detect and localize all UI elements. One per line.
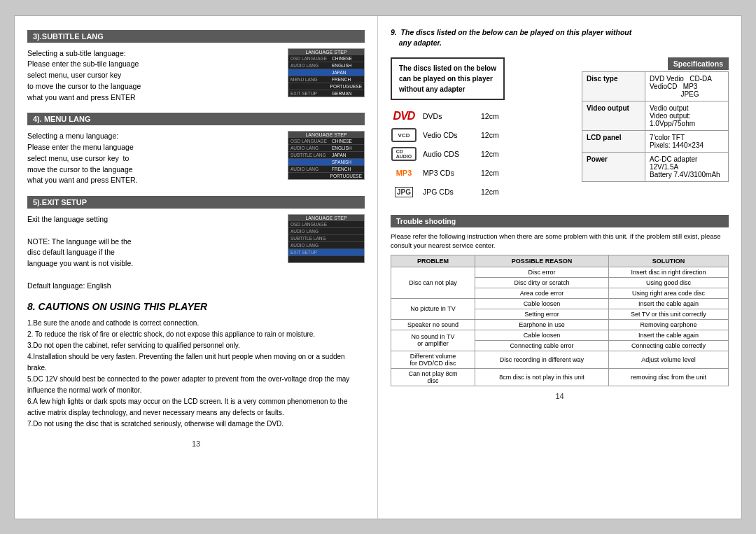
dvd-item: DVD DVDs 12cm xyxy=(391,108,568,124)
spec-row-power: Power AC-DC adapter 12V/1.5ABattery 7.4V… xyxy=(582,153,729,182)
subtitle-lang-screenshot: LANGUAGE STEP OSD LANGUAGECHINESE AUDIO … xyxy=(288,48,365,97)
exit-setup-header: 5).EXIT SETUP xyxy=(27,196,365,209)
dvd-logo: DVD xyxy=(391,108,417,124)
subtitle-lang-section: 3).SUBTITLE LANG Selecting a sub-title l… xyxy=(27,30,365,104)
solution-setting: Set TV or this unit correctly xyxy=(608,309,728,319)
reason-cable-loosen1: Cable loosen xyxy=(475,298,608,309)
spec-lcd-label: LCD panel xyxy=(582,131,645,153)
menu-lang-section: 4). MENU LANG Selecting a menu language:… xyxy=(27,113,365,186)
solution-8cm: removing disc from the unit xyxy=(608,368,728,386)
reason-dirty: Disc dirty or scratch xyxy=(475,277,608,288)
table-row: Disc can not play Disc error Insert disc… xyxy=(391,267,729,277)
acd-logo: CDAUDIO xyxy=(391,146,417,162)
col-problem: PROBLEM xyxy=(391,255,475,267)
intro-text: 9. The discs listed on the below can be … xyxy=(391,27,729,50)
spec-row-lcd: LCD panel 7'color TFTPixels: 1440×234 xyxy=(582,131,729,153)
solution-earphone: Removing earphone xyxy=(608,319,728,330)
mp3-label: MP3 CDs xyxy=(423,169,475,177)
spec-power-label: Power xyxy=(582,153,645,182)
trouble-header: Trouble shooting xyxy=(391,215,729,227)
jpg-label: JPG CDs xyxy=(423,188,475,196)
subtitle-lang-header: 3).SUBTITLE LANG xyxy=(27,30,365,43)
mp3-logo: MP3 xyxy=(391,165,417,181)
vcd-label: Vedio CDs xyxy=(423,131,475,139)
cautions-section: 8. CAUTIONS ON USING THIS PLAYER 1.Be su… xyxy=(27,301,365,430)
solution-cable1: Insert the cable again xyxy=(608,298,728,309)
acd-size: 12cm xyxy=(481,150,499,158)
reason-disc-recording: Disc recording in different way xyxy=(475,351,608,368)
reason-area: Area code error xyxy=(475,288,608,298)
left-page-number: 13 xyxy=(27,440,365,448)
reason-cable-loosen2: Cable loosen xyxy=(475,330,608,340)
jpg-size: 12cm xyxy=(481,188,499,196)
menu-lang-screenshot: LANGUAGE STEP OSD LANGUAGECHINESE AUDIO … xyxy=(288,131,365,180)
left-panel: 3).SUBTITLE LANG Selecting a sub-title l… xyxy=(15,16,378,519)
spec-lcd-value: 7'color TFTPixels: 1440×234 xyxy=(645,131,729,153)
table-row: Can not play 8cmdisc 8cm disc is not pla… xyxy=(391,368,729,386)
trouble-section: Trouble shooting Please refer the follow… xyxy=(391,215,729,386)
table-row: Speaker no sound Earphone in use Removin… xyxy=(391,319,729,330)
disc-list: DVD DVDs 12cm VCD Vedio CDs 12cm xyxy=(391,108,568,199)
cautions-list: 1.Be sure the anode and cathode is corre… xyxy=(27,318,365,430)
menu-lang-content: Selecting a menu language: Please enter … xyxy=(27,131,365,186)
specs-header: Specifications xyxy=(668,57,729,70)
cautions-title: 8. CAUTIONS ON USING THIS PLAYER xyxy=(27,301,365,312)
col-solution: SOLUTION xyxy=(608,255,728,267)
acd-label: Audio CDS xyxy=(423,150,475,158)
trouble-table: PROBLEM POSSIBLE REASON SOLUTION Disc ca… xyxy=(391,255,729,386)
mp3-size: 12cm xyxy=(481,169,499,177)
exit-setup-screenshot: LANGUAGE STEP OSD LANGUAGE AUDIO LANG SU… xyxy=(288,214,365,263)
reason-connecting-error: Connecting cable error xyxy=(475,340,608,351)
table-row: Different volumefor DVD/CD disc Disc rec… xyxy=(391,351,729,368)
problem-8cm: Can not play 8cmdisc xyxy=(391,368,475,386)
right-panel: 9. The discs listed on the below can be … xyxy=(378,16,741,519)
reason-earphone: Earphone in use xyxy=(475,319,608,330)
solution-cable2: Insert the cable again xyxy=(608,330,728,340)
right-page-number: 14 xyxy=(391,392,729,400)
problem-no-picture: No picture in TV xyxy=(391,298,475,319)
vcd-logo: VCD xyxy=(391,127,417,143)
specs-column: Specifications Disc type DVD Vedio CD-DA… xyxy=(582,57,729,208)
problem-speaker-no-sound: Speaker no sound xyxy=(391,319,475,330)
solution-connecting: Connecting cable correctly xyxy=(608,340,728,351)
trouble-intro: Please refer the following instruction w… xyxy=(391,232,729,251)
table-row: No picture in TV Cable loosen Insert the… xyxy=(391,298,729,309)
spec-video-label: Video output xyxy=(582,101,645,131)
spec-power-value: AC-DC adapter 12V/1.5ABattery 7.4V/3100m… xyxy=(645,153,729,182)
jpg-item: JPG JPG CDs 12cm xyxy=(391,184,568,199)
spec-row-video: Video output Vedio outputVideo output: 1… xyxy=(582,101,729,131)
specs-table: Disc type DVD Vedio CD-DAVedioCD MP3 JPE… xyxy=(582,71,729,182)
vcd-size: 12cm xyxy=(481,131,499,139)
reason-8cm: 8cm disc is not play in this unit xyxy=(475,368,608,386)
solution-dirty: Using good disc xyxy=(608,277,728,288)
mp3-item: MP3 MP3 CDs 12cm xyxy=(391,165,568,181)
spec-video-value: Vedio outputVideo output: 1.0Vpp/75ohm xyxy=(645,101,729,131)
reason-setting-error: Setting error xyxy=(475,309,608,319)
acd-item: CDAUDIO Audio CDS 12cm xyxy=(391,146,568,162)
spec-disc-label: Disc type xyxy=(582,72,645,101)
exit-setup-content: Exit the language setting NOTE: The lang… xyxy=(27,214,365,291)
disc-column: The discs listed on the below can be pla… xyxy=(391,57,568,208)
dvd-label: DVDs xyxy=(423,112,475,120)
menu-lang-header: 4). MENU LANG xyxy=(27,113,365,125)
subtitle-lang-content: Selecting a sub-title language: Please e… xyxy=(27,48,365,104)
spec-disc-value: DVD Vedio CD-DAVedioCD MP3 JPEG xyxy=(645,72,729,101)
exit-setup-section: 5).EXIT SETUP Exit the language setting … xyxy=(27,196,365,291)
col-reason: POSSIBLE REASON xyxy=(475,255,608,267)
problem-no-sound: No sound in TVor amplifier xyxy=(391,330,475,351)
dvd-size: 12cm xyxy=(481,112,499,120)
menu-lang-text: Selecting a menu language: Please enter … xyxy=(27,131,281,186)
reason-disc-error: Disc error xyxy=(475,267,608,277)
problem-disc-cannotplay: Disc can not play xyxy=(391,267,475,298)
vcd-item: VCD Vedio CDs 12cm xyxy=(391,127,568,143)
solution-disc-error: Insert disc in right direction xyxy=(608,267,728,277)
jpg-logo: JPG xyxy=(391,184,417,199)
table-row: No sound in TVor amplifier Cable loosen … xyxy=(391,330,729,340)
page-container: 3).SUBTITLE LANG Selecting a sub-title l… xyxy=(14,15,742,519)
disc-box: The discs listed on the below can be pla… xyxy=(391,57,505,100)
spec-row-disc: Disc type DVD Vedio CD-DAVedioCD MP3 JPE… xyxy=(582,72,729,101)
exit-setup-text: Exit the language setting NOTE: The lang… xyxy=(27,214,281,291)
trouble-header-row: PROBLEM POSSIBLE REASON SOLUTION xyxy=(391,255,729,267)
subtitle-lang-text: Selecting a sub-title language: Please e… xyxy=(27,48,281,104)
solution-area: Using right area code disc xyxy=(608,288,728,298)
